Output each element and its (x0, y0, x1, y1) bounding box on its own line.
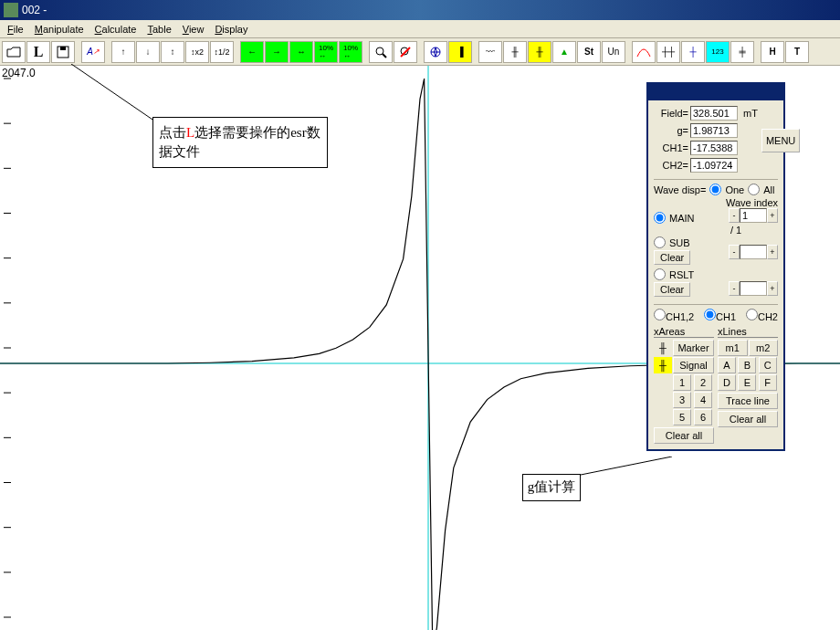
arrow-up-button[interactable]: ↑ (111, 41, 135, 63)
scale-10pct-in-button[interactable]: 10%↔ (314, 41, 338, 63)
radio-ch1[interactable] (704, 309, 716, 320)
field-input[interactable] (690, 106, 738, 121)
line-c[interactable]: C (759, 357, 777, 373)
st-button[interactable]: St (577, 41, 601, 63)
area-2[interactable]: 2 (694, 374, 712, 391)
scale-x2-button[interactable]: ↕x2 (185, 41, 209, 63)
main-dec[interactable]: - (729, 208, 740, 223)
cross3-button[interactable]: ╪ (730, 41, 754, 63)
g-input[interactable] (690, 123, 738, 138)
menu-manipulate[interactable]: Manipulate (29, 22, 89, 37)
wave-disp-row: Wave disp= One All (654, 184, 778, 195)
load-l-button[interactable]: L (26, 41, 50, 63)
arrow-right-button[interactable]: → (265, 41, 289, 63)
menu-file[interactable]: File (2, 22, 29, 37)
n123-button[interactable]: 123 (706, 41, 730, 63)
m1-button[interactable]: m1 (718, 340, 748, 356)
scale-10pct-out-button[interactable]: 10%↔ (339, 41, 362, 63)
clear-all-areas[interactable]: Clear all (654, 427, 714, 444)
cross1-button[interactable]: ┼┼ (656, 41, 680, 63)
signal-icon: ╫ (654, 357, 672, 373)
menu-table[interactable]: Table (142, 22, 176, 37)
ch2-input[interactable] (690, 158, 738, 173)
ch1-input[interactable] (690, 141, 738, 155)
gauss-button[interactable] (632, 41, 656, 63)
titlebar: 002 - (0, 0, 840, 20)
open-button[interactable] (2, 41, 26, 63)
rslt-dec[interactable]: - (729, 281, 740, 296)
field-unit: mT (743, 108, 758, 119)
radio-rslt[interactable] (654, 268, 666, 280)
field-label: Field= (654, 108, 688, 119)
cross2-button[interactable]: ┼ (681, 41, 705, 63)
radio-sub[interactable] (654, 236, 666, 248)
marker1-button[interactable]: ╫ (503, 41, 527, 63)
ch2-label: CH2= (654, 160, 688, 171)
zoom-off-button[interactable] (394, 41, 417, 63)
app-icon (4, 3, 18, 17)
radio-all[interactable] (748, 184, 760, 195)
t-button[interactable]: T (785, 41, 809, 63)
h-button[interactable]: H (761, 41, 784, 63)
scale-half-button[interactable]: ↕1/2 (210, 41, 234, 63)
menu-calculate[interactable]: Calculate (89, 22, 142, 37)
area-4[interactable]: 4 (694, 392, 712, 408)
arrow-up-down-button[interactable]: ↕ (161, 41, 184, 63)
svg-line-21 (581, 457, 672, 475)
marker-button[interactable]: Marker (673, 340, 714, 356)
peak-button[interactable]: ▲ (552, 41, 576, 63)
arrow-lr-button[interactable]: ↔ (289, 41, 313, 63)
radio-ch12[interactable] (654, 309, 666, 320)
svg-point-2 (376, 47, 383, 55)
rslt-inc[interactable]: + (767, 281, 778, 296)
clear-rslt-button[interactable]: Clear (654, 282, 690, 297)
radio-one[interactable] (709, 184, 721, 195)
svg-line-20 (71, 64, 158, 123)
line-f[interactable]: F (759, 374, 777, 391)
font-button[interactable]: A↗ (81, 41, 105, 63)
svg-line-3 (383, 54, 386, 58)
rslt-idx-input[interactable] (740, 281, 767, 296)
signal-button[interactable]: Signal (673, 357, 714, 373)
clear-all-lines[interactable]: Clear all (718, 411, 778, 427)
radio-ch2[interactable] (746, 309, 758, 320)
line-a[interactable]: A (718, 357, 736, 373)
line-e[interactable]: E (738, 374, 756, 391)
callout1-leader (71, 64, 158, 123)
main-inc[interactable]: + (767, 208, 778, 223)
yellow-marker-button[interactable]: ▐ (448, 41, 472, 63)
xareas-label: xAreas (654, 326, 714, 338)
trace-line-button[interactable]: Trace line (718, 393, 778, 409)
sub-dec[interactable]: - (729, 245, 740, 259)
sub-idx-input[interactable] (740, 245, 767, 259)
info-panel: Field=mT g= CH1= CH2= MENU Wave disp= On… (646, 82, 785, 451)
area-1[interactable]: 1 (673, 374, 691, 391)
menu-display[interactable]: Display (209, 22, 253, 37)
globe-button[interactable] (424, 41, 447, 63)
menu-button[interactable]: MENU (761, 129, 800, 152)
line-d[interactable]: D (718, 374, 736, 391)
arrow-left-button[interactable]: ← (240, 41, 264, 63)
wave-button[interactable]: 〰 (478, 41, 502, 63)
toolbar: L A↗ ↑ ↓ ↕ ↕x2 ↕1/2 ← → ↔ 10%↔ 10%↔ ▐ 〰 … (0, 38, 840, 66)
callout2-leader (581, 457, 672, 493)
un-button[interactable]: Un (602, 41, 625, 63)
area-3[interactable]: 3 (673, 392, 691, 408)
line-b[interactable]: B (738, 357, 756, 373)
wave-index-label: Wave index (654, 197, 778, 208)
sub-inc[interactable]: + (767, 245, 778, 259)
callout-gvalue: g值计算 (522, 474, 581, 501)
arrow-down-button[interactable]: ↓ (136, 41, 160, 63)
m2-button[interactable]: m2 (749, 340, 779, 356)
save-button[interactable] (51, 41, 75, 63)
callout-load: 点击L选择需要操作的esr数据文件 (152, 117, 328, 168)
clear-sub-button[interactable]: Clear (654, 250, 690, 265)
g-label: g= (654, 125, 688, 136)
radio-main[interactable] (654, 212, 666, 224)
marker2-button[interactable]: ╫ (528, 41, 551, 63)
menu-view[interactable]: View (177, 22, 210, 37)
zoom-button[interactable] (369, 41, 393, 63)
area-5[interactable]: 5 (673, 409, 691, 425)
area-6[interactable]: 6 (694, 409, 712, 425)
main-idx-input[interactable] (740, 208, 767, 223)
